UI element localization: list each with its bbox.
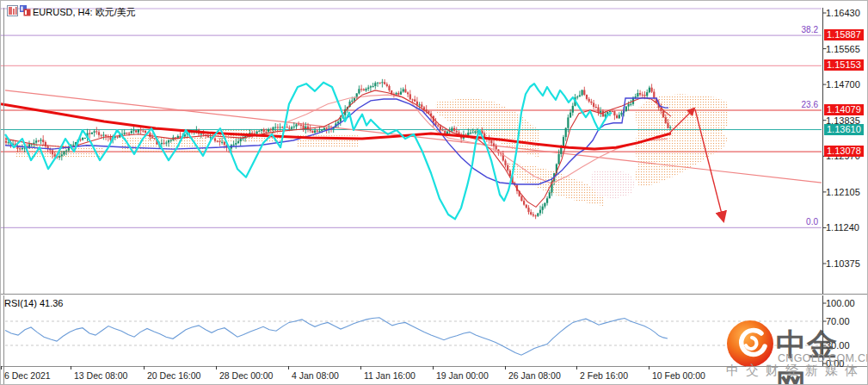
bar-chart-icon[interactable]	[7, 5, 18, 16]
fib-level-label: 23.6	[780, 100, 818, 109]
logo-tagline-text: 中交财经新媒体	[726, 363, 865, 379]
time-axis-label: 6 Dec 2021	[4, 370, 51, 381]
rsi-panel	[5, 321, 822, 345]
price-alert-label[interactable]: 1.14079	[824, 104, 864, 115]
rsi-indicator-label: RSI(14) 41.36	[4, 298, 63, 308]
time-axis-label: 13 Dec 08:00	[74, 370, 127, 381]
time-axis-label: 28 Dec 00:00	[219, 370, 273, 381]
rsi-axis-label: 100.00	[826, 298, 855, 308]
time-axis-label: 26 Jan 08:00	[508, 370, 561, 381]
price-axis-label: 1.15565	[826, 44, 860, 54]
current-price-label: 1.13610	[824, 124, 864, 135]
price-alert-label[interactable]: 1.13078	[824, 146, 864, 157]
rsi-line	[5, 318, 668, 355]
time-axis-label: 10 Feb 00:00	[652, 370, 705, 381]
time-axis-label: 20 Dec 16:00	[147, 370, 200, 381]
candlestick-chart-icon[interactable]	[20, 5, 31, 16]
chart-window: EURUSD, H4: 欧元/美元 38.223.60.0 1.164301.1…	[0, 0, 868, 385]
price-axis-label: 1.10375	[826, 258, 860, 269]
time-axis-label: 19 Jan 00:00	[436, 370, 489, 381]
price-alert-label[interactable]: 1.15153	[824, 59, 864, 71]
fib-level-label: 0.0	[780, 217, 818, 227]
price-axis-label: 1.14700	[826, 79, 860, 90]
price-alert-label[interactable]: 1.15887	[824, 29, 864, 40]
price-axis-label: 1.12105	[826, 187, 860, 197]
price-axis-label: 1.11240	[826, 222, 859, 233]
time-axis-label: 11 Jan 16:00	[364, 370, 416, 381]
symbol-title: EURUSD, H4: 欧元/美元	[33, 6, 136, 19]
time-axis-label: 2 Feb 16:00	[580, 370, 628, 381]
cngold-logo-icon	[727, 320, 773, 367]
chart-canvas[interactable]	[1, 1, 868, 385]
fib-level-label: 38.2	[780, 25, 818, 34]
time-axis-label: 4 Jan 08:00	[292, 370, 339, 381]
price-axis-label: 1.16430	[826, 8, 860, 18]
